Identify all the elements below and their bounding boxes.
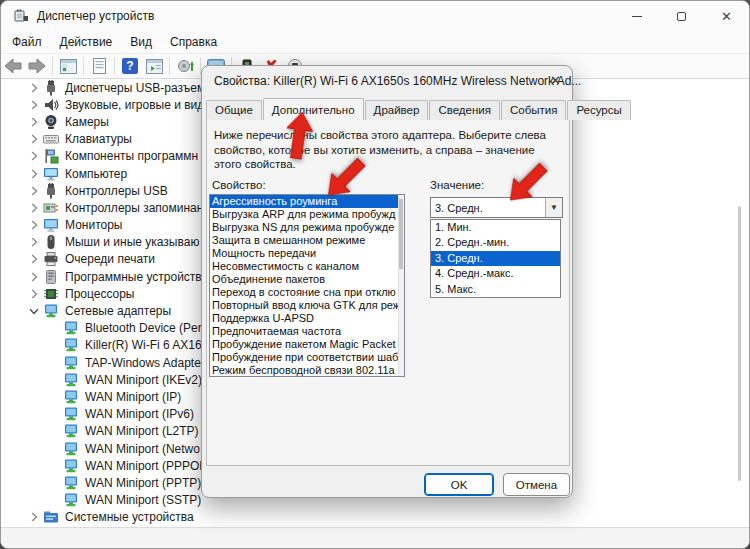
audio-icon	[43, 97, 59, 113]
menu-item-view[interactable]: Вид	[121, 35, 161, 49]
chevron-icon	[47, 407, 61, 421]
menu-item-file[interactable]: Файл	[1, 35, 51, 49]
computer-icon	[43, 166, 59, 182]
dialog-tab[interactable]: Драйвер	[365, 100, 429, 120]
processor-icon	[43, 286, 59, 302]
chevron-right-icon[interactable]	[27, 252, 41, 266]
network-adapter-icon	[63, 320, 79, 336]
chevron-right-icon[interactable]	[27, 184, 41, 198]
value-combobox[interactable]: 3. Средн. ▼	[430, 197, 563, 218]
help-icon[interactable]: ?	[118, 55, 142, 77]
properties-icon[interactable]	[87, 55, 111, 77]
property-list-item[interactable]: Защита в смешанном режиме	[210, 234, 404, 247]
tree-item-label: WAN Miniport (IKEv2)	[85, 373, 202, 387]
property-list-item[interactable]: Выгрузка NS для режима пробужде	[210, 221, 404, 234]
tree-item-label: Мыши и иные указываю	[65, 235, 199, 249]
chevron-icon	[47, 459, 61, 473]
cancel-button[interactable]: Отмена	[503, 473, 570, 496]
ok-button[interactable]: OK	[424, 473, 494, 496]
tree-item-label: Сетевые адаптеры	[65, 304, 171, 318]
dropdown-option-label: 3. Средн.	[435, 252, 483, 264]
property-item-label: Объединение пакетов	[212, 273, 325, 285]
tree-item-label: Мониторы	[65, 218, 122, 232]
property-item-label: Выгрузка NS для режима пробужде	[212, 221, 394, 233]
minimize-button[interactable]	[614, 1, 659, 31]
tree-item-label: Системные устройства	[65, 510, 194, 524]
property-listbox[interactable]: Агрессивность роуминга Выгрузка ARP для …	[209, 194, 405, 377]
back-icon[interactable]	[1, 55, 25, 77]
dialog-tab[interactable]: Ресурсы	[567, 100, 630, 120]
network-adapter-icon	[63, 475, 79, 491]
chevron-right-icon[interactable]	[27, 270, 41, 284]
dropdown-option[interactable]: 4. Средн.-макс.	[431, 266, 560, 281]
tree-item-label: WAN Miniport (Netwo	[85, 442, 200, 456]
property-item-label: Пробуждение при соответствии шаб	[212, 351, 398, 363]
forward-icon[interactable]	[25, 55, 49, 77]
chevron-right-icon[interactable]	[27, 235, 41, 249]
property-list-item[interactable]: Предпочитаемая частота	[210, 325, 404, 338]
dropdown-option[interactable]: 1. Мин.	[431, 220, 560, 235]
menu-item-help[interactable]: Справка	[161, 35, 226, 49]
chevron-right-icon[interactable]	[27, 287, 41, 301]
chevron-right-icon[interactable]	[27, 132, 41, 146]
dropdown-option[interactable]: 5. Макс.	[431, 282, 560, 297]
console-tree-icon[interactable]	[56, 55, 80, 77]
tab-label: События	[510, 104, 557, 116]
chevron-right-icon[interactable]	[27, 149, 41, 163]
property-list-item[interactable]: Объединение пакетов	[210, 273, 404, 286]
chevron-right-icon[interactable]	[27, 510, 41, 524]
dropdown-option[interactable]: 3. Средн.	[431, 251, 560, 266]
tree-item-label: WAN Miniport (SSTP)	[85, 493, 201, 507]
title-bar: Диспетчер устройств ✕	[1, 1, 749, 31]
tree-item-label: Killer(R) Wi-Fi 6 AX165	[85, 338, 208, 352]
property-item-label: Защита в смешанном режиме	[212, 234, 365, 246]
dialog-tab[interactable]: Общие	[206, 100, 262, 120]
property-list-item[interactable]: Мощность передачи	[210, 247, 404, 260]
chevron-icon	[47, 321, 61, 335]
property-list-item[interactable]: Переход в состояние сна при отклю	[210, 286, 404, 299]
listbox-scrollbar[interactable]	[398, 195, 404, 376]
combobox-dropdown-button[interactable]: ▼	[545, 198, 562, 217]
status-bar	[1, 527, 749, 549]
dialog-title-bar: Свойства: Killer(R) Wi-Fi 6 AX1650s 160M…	[202, 66, 572, 96]
dropdown-option-label: 2. Средн.-мин.	[435, 236, 509, 248]
update-driver-icon[interactable]	[173, 55, 197, 77]
dialog-tab[interactable]: События	[501, 100, 566, 120]
property-list-item[interactable]: Поддержка U-APSD	[210, 312, 404, 325]
property-list-item[interactable]: Несовместимость с каналом	[210, 260, 404, 273]
action-pane-icon[interactable]	[142, 55, 166, 77]
chevron-down-icon[interactable]	[27, 304, 41, 318]
dialog-tab[interactable]: Сведения	[429, 100, 500, 120]
menu-bar: Файл Действие Вид Справка	[1, 31, 749, 54]
tree-item-label: Контроллеры USB	[65, 184, 168, 198]
menu-item-action[interactable]: Действие	[51, 35, 122, 49]
chevron-right-icon[interactable]	[27, 201, 41, 215]
mouse-icon	[43, 234, 59, 250]
tree-row[interactable]: Системные устройства	[1, 509, 750, 526]
tree-item-label: Программные устройств	[65, 270, 202, 284]
close-icon: ✕	[721, 9, 732, 24]
close-button[interactable]: ✕	[704, 1, 749, 31]
tree-scrollbar[interactable]	[738, 206, 741, 481]
chevron-right-icon[interactable]	[27, 218, 41, 232]
dropdown-option[interactable]: 2. Средн.-мин.	[431, 235, 560, 250]
toolbar-separator	[52, 57, 53, 75]
property-list-item[interactable]: Повторный ввод ключа GTK для реж	[210, 299, 404, 312]
property-item-label: Мощность передачи	[212, 247, 316, 259]
chevron-icon	[47, 373, 61, 387]
property-list-item[interactable]: Выгрузка ARP для режима пробужд	[210, 208, 404, 221]
keyboard-icon	[43, 131, 59, 147]
property-list-item[interactable]: Агрессивность роуминга	[210, 195, 404, 208]
chevron-right-icon[interactable]	[27, 167, 41, 181]
dialog-description: Ниже перечислены свойства этого адаптера…	[214, 128, 560, 172]
chevron-right-icon[interactable]	[27, 98, 41, 112]
property-item-label: Предпочитаемая частота	[212, 325, 341, 337]
property-list-item[interactable]: Пробуждение пакетом Magic Packet	[210, 338, 404, 351]
dialog-close-icon[interactable]: ✕	[550, 73, 561, 88]
chevron-right-icon[interactable]	[27, 115, 41, 129]
property-list-item[interactable]: Режим беспроводной связи 802.11a	[210, 364, 404, 377]
listbox-scrollbar-thumb[interactable]	[399, 199, 403, 269]
maximize-button[interactable]	[659, 1, 704, 31]
chevron-right-icon[interactable]	[27, 81, 41, 95]
property-list-item[interactable]: Пробуждение при соответствии шаб	[210, 351, 404, 364]
